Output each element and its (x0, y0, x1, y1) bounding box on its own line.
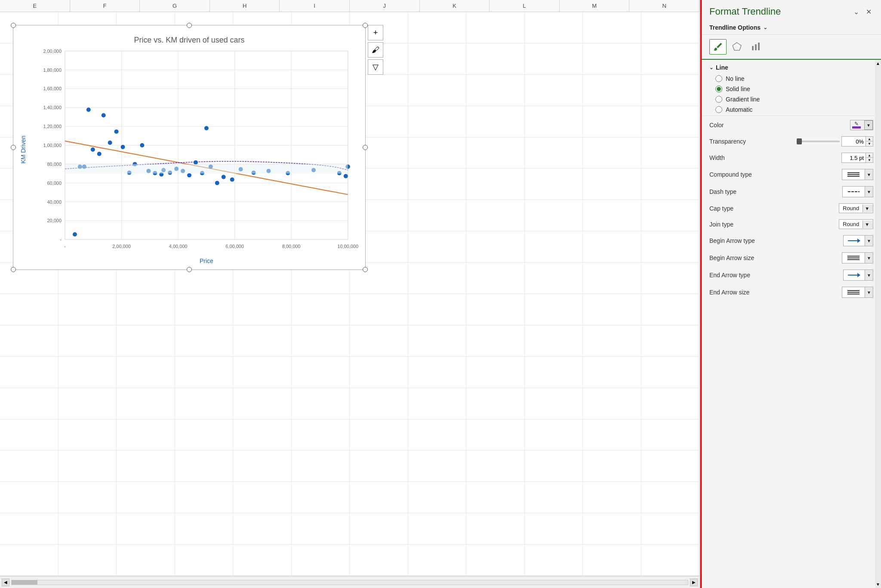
gradient-line-radio[interactable] (715, 96, 722, 103)
svg-point-44 (108, 141, 112, 145)
handle-middle-right[interactable] (363, 145, 368, 150)
grid-cell (466, 482, 525, 513)
cap-type-select[interactable]: Round ▼ (839, 203, 873, 213)
handle-bottom-left[interactable] (11, 267, 16, 272)
panel-dropdown-icon[interactable]: ⌄ (852, 7, 861, 17)
begin-arrow-type-button[interactable]: ▼ (843, 235, 873, 246)
dash-type-arrow[interactable]: ▼ (865, 187, 873, 197)
tab-bar-chart-icon[interactable] (747, 39, 764, 55)
no-line-option[interactable]: No line (715, 75, 867, 82)
compound-type-arrow[interactable]: ▼ (865, 169, 873, 180)
compound-type-row: Compound type ▼ (702, 166, 881, 183)
panel-close-icon[interactable]: ✕ (864, 7, 873, 17)
grid-cell (583, 294, 641, 325)
transparency-up[interactable]: ▲ (866, 137, 873, 141)
add-element-button[interactable]: + (368, 25, 383, 40)
scroll-right-button[interactable]: ▶ (690, 579, 698, 586)
grid-cell (525, 545, 583, 576)
transparency-spinbox[interactable]: ▲ ▼ (841, 136, 873, 147)
chart-svg: Price vs. KM driven of used cars (13, 25, 365, 270)
cap-type-arrow[interactable]: ▼ (863, 205, 873, 212)
grid-cell (525, 388, 583, 420)
automatic-option[interactable]: Automatic (715, 106, 867, 113)
begin-arrow-size-button[interactable]: ▼ (842, 252, 873, 263)
handle-bottom-center[interactable] (187, 267, 192, 272)
grid-cell (292, 357, 350, 388)
bottom-scrollbar[interactable]: ◀ ▶ (0, 576, 699, 588)
grid-cell (59, 513, 117, 545)
handle-middle-left[interactable] (11, 145, 16, 150)
paint-bucket-icon (713, 42, 723, 52)
grid-cell (466, 263, 525, 294)
svg-text:-: - (64, 244, 66, 249)
tab-paint-icon[interactable] (709, 39, 727, 55)
handle-top-center[interactable] (187, 23, 192, 28)
automatic-radio[interactable] (715, 106, 722, 113)
grid-cell (466, 168, 525, 200)
grid-cell (583, 75, 641, 106)
grid-cell (175, 482, 234, 513)
end-arrow-type-arrow[interactable]: ▼ (865, 270, 873, 280)
scroll-left-button[interactable]: ◀ (2, 579, 9, 586)
transparency-slider[interactable] (797, 141, 840, 142)
line-section-header[interactable]: ⌄ Line (702, 60, 881, 74)
grid-cell (408, 43, 467, 75)
chart-container[interactable]: Price vs. KM driven of used cars (13, 25, 366, 270)
trendline-options-arrow: ⌄ (763, 24, 767, 31)
end-arrow-type-button[interactable]: ▼ (843, 270, 873, 281)
gradient-line-option[interactable]: Gradient line (715, 96, 867, 103)
svg-text:2,00,000: 2,00,000 (43, 49, 62, 54)
begin-arrow-size-arrow[interactable]: ▼ (865, 253, 873, 263)
grid-cell (408, 513, 467, 545)
col-header-m: M (560, 0, 630, 12)
scrollbar-thumb[interactable] (12, 580, 37, 585)
transparency-thumb[interactable] (797, 138, 802, 144)
trendline-options-header[interactable]: Trendline Options ⌄ (702, 21, 881, 35)
compound-type-button[interactable]: ▼ (842, 169, 873, 180)
end-arrow-size-button[interactable]: ▼ (842, 287, 873, 298)
grid-cell (525, 294, 583, 325)
panel-header-icons: ⌄ ✕ (852, 7, 873, 17)
grid-cell (175, 545, 234, 576)
grid-cell (525, 106, 583, 138)
end-arrow-size-arrow[interactable]: ▼ (865, 287, 873, 297)
no-line-radio[interactable] (715, 75, 722, 82)
width-down[interactable]: ▼ (866, 158, 873, 162)
end-arrow-size-label: End Arrow size (709, 289, 761, 296)
transparency-input[interactable] (842, 138, 866, 146)
col-header-e: E (0, 0, 70, 12)
tab-pentagon-icon[interactable] (728, 39, 745, 55)
color-picker-button[interactable]: ✎ ▼ (850, 120, 873, 130)
dash-type-button[interactable]: ▼ (842, 186, 873, 197)
chart-filter-button[interactable]: ▽ (368, 59, 383, 75)
solid-line-radio[interactable] (715, 86, 722, 92)
handle-top-right[interactable] (363, 23, 368, 28)
line-options-group: No line Solid line Gradient line Automat… (702, 74, 881, 115)
width-input[interactable] (842, 154, 866, 162)
grid-cell (59, 482, 117, 513)
color-dropdown-arrow[interactable]: ▼ (864, 120, 873, 130)
handle-top-left[interactable] (11, 23, 16, 28)
panel-scroll-down[interactable]: ▼ (875, 581, 881, 588)
join-type-label: Join type (709, 221, 761, 228)
transparency-down[interactable]: ▼ (866, 141, 873, 146)
join-type-arrow[interactable]: ▼ (863, 220, 873, 228)
width-up[interactable]: ▲ (866, 153, 873, 158)
join-type-select[interactable]: Round ▼ (839, 219, 873, 229)
panel-scroll-up[interactable]: ▲ (875, 60, 881, 67)
chart-style-button[interactable]: 🖌 (368, 42, 383, 58)
grid-cell (466, 294, 525, 325)
scrollbar-track[interactable] (11, 580, 688, 585)
grid-cell (175, 420, 234, 451)
grid-cell (408, 388, 467, 420)
begin-arrow-type-arrow[interactable]: ▼ (865, 236, 873, 246)
width-spinbox[interactable]: ▲ ▼ (841, 153, 873, 163)
grid-cell (583, 43, 641, 75)
gradient-line-label: Gradient line (726, 96, 760, 103)
svg-text:Price vs. KM driven of used ca: Price vs. KM driven of used cars (134, 36, 245, 44)
handle-bottom-right[interactable] (363, 267, 368, 272)
grid-cell (59, 388, 117, 420)
solid-line-option[interactable]: Solid line (715, 86, 867, 92)
end-arrow-type-icon (844, 271, 865, 279)
grid-cell (233, 482, 292, 513)
